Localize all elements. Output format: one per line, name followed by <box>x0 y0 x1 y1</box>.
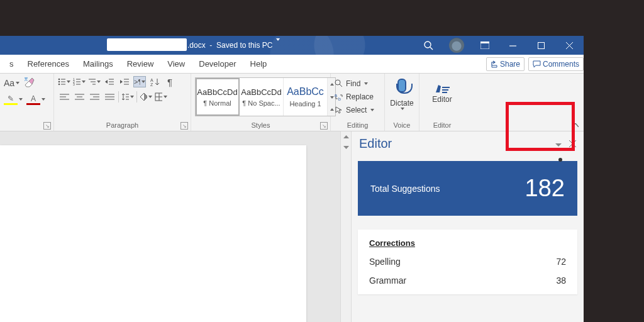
style-gallery[interactable]: AaBbCcDd ¶ Normal AaBbCcDd ¶ No Spac... … <box>195 77 336 116</box>
svg-line-53 <box>340 84 342 87</box>
editing-group-label: Editing <box>347 121 369 129</box>
voice-group: Dictate Voice <box>385 74 419 131</box>
font-group: Aa A ✎ A ↘ <box>0 74 54 131</box>
doc-title-suffix: .docx - Saved to this PC <box>187 36 280 55</box>
svg-point-52 <box>335 80 340 85</box>
svg-text:>¶: >¶ <box>134 78 140 86</box>
editor-group: Editor Editor <box>419 74 465 131</box>
shading-button[interactable] <box>140 91 152 103</box>
svg-text:3: 3 <box>73 82 75 86</box>
close-icon[interactable] <box>555 36 584 55</box>
tab-review[interactable]: Review <box>120 55 161 74</box>
share-button[interactable]: Share <box>486 57 525 71</box>
svg-point-0 <box>425 42 431 48</box>
editor-group-label: Editor <box>433 121 452 129</box>
svg-text:a: a <box>335 93 337 97</box>
paragraph-dialog-launcher[interactable]: ↘ <box>180 122 188 130</box>
multilevel-list-button[interactable] <box>88 76 101 87</box>
select-button[interactable]: Select <box>335 104 374 116</box>
work-area: Editor Total Suggestions 182 Corrections… <box>0 131 584 322</box>
replace-button[interactable]: ab Replace <box>335 91 374 103</box>
styles-group-label: Styles <box>252 121 270 129</box>
styles-dialog-launcher[interactable]: ↘ <box>320 122 328 130</box>
font-color-button[interactable]: A <box>26 94 45 105</box>
doc-title-redacted <box>107 38 187 51</box>
scroll-up-icon[interactable] <box>341 131 352 142</box>
spelling-row[interactable]: Spelling 72 <box>369 257 566 267</box>
editor-pane: Editor Total Suggestions 182 Corrections… <box>351 131 584 322</box>
sort-button[interactable]: AZ <box>148 76 161 87</box>
scroll-down-icon[interactable] <box>341 142 352 153</box>
svg-rect-3 <box>480 42 489 43</box>
editor-button[interactable]: Editor <box>423 76 461 104</box>
pane-options-icon[interactable] <box>555 138 562 150</box>
editor-pen-icon <box>433 79 451 94</box>
word-window: .docx - Saved to this PC s References Ma… <box>0 36 584 322</box>
title-bar: .docx - Saved to this PC <box>0 36 584 55</box>
vertical-scrollbar[interactable] <box>340 131 351 322</box>
highlight-color-button[interactable]: ✎ <box>4 94 23 105</box>
change-case-button[interactable]: Aa <box>4 76 19 90</box>
premium-badge-icon <box>558 158 562 162</box>
dictate-button[interactable]: Dictate <box>390 76 413 110</box>
voice-group-label: Voice <box>394 121 411 129</box>
increase-indent-button[interactable] <box>118 76 131 87</box>
ribbon: Aa A ✎ A ↘ 123 <box>0 74 584 131</box>
style-no-spacing[interactable]: AaBbCcDd ¶ No Spac... <box>240 78 284 116</box>
clear-formatting-button[interactable]: A <box>23 76 35 90</box>
minimize-icon[interactable] <box>499 36 527 55</box>
editor-pane-title: Editor <box>359 136 392 151</box>
svg-rect-5 <box>538 42 545 48</box>
style-heading-1[interactable]: AaBbCc Heading 1 <box>284 78 328 116</box>
tab-view[interactable]: View <box>160 55 192 74</box>
justify-button[interactable] <box>103 91 116 103</box>
tab-help[interactable]: Help <box>243 55 274 74</box>
corrections-card: Corrections Spelling 72 Grammar 38 <box>358 230 577 294</box>
paragraph-marks-button[interactable]: >¶ <box>133 76 146 87</box>
document-area <box>0 131 351 322</box>
svg-text:Z: Z <box>150 82 153 86</box>
font-dialog-launcher[interactable]: ↘ <box>43 122 51 130</box>
styles-group: AaBbCcDd ¶ Normal AaBbCcDd ¶ No Spac... … <box>191 74 331 131</box>
svg-text:A: A <box>25 77 28 82</box>
corrections-header: Corrections <box>369 238 566 248</box>
decrease-indent-button[interactable] <box>103 76 116 87</box>
align-center-button[interactable] <box>73 91 86 103</box>
ribbon-tabs: s References Mailings Review View Develo… <box>0 55 584 74</box>
tab-mailings[interactable]: Mailings <box>76 55 120 74</box>
tab-developer[interactable]: Developer <box>192 55 243 74</box>
ribbon-mode-icon[interactable] <box>470 36 499 55</box>
tab-fragment[interactable]: s <box>3 55 21 74</box>
comments-button[interactable]: Comments <box>528 57 584 71</box>
grammar-row[interactable]: Grammar 38 <box>369 275 566 286</box>
total-suggestions-count: 182 <box>525 175 565 202</box>
tab-references[interactable]: References <box>21 55 76 74</box>
microphone-icon <box>397 79 406 92</box>
user-avatar[interactable] <box>449 38 464 53</box>
paragraph-group-label: Paragraph <box>106 121 138 129</box>
document-page[interactable] <box>0 145 306 322</box>
chevron-down-icon[interactable] <box>276 38 280 50</box>
pane-close-icon[interactable] <box>569 138 576 150</box>
collapse-ribbon-icon[interactable] <box>571 121 580 130</box>
numbering-button[interactable]: 123 <box>73 76 86 87</box>
bullets-button[interactable] <box>58 76 70 87</box>
find-button[interactable]: Find <box>335 77 368 89</box>
show-hide-pilcrow[interactable]: ¶ <box>164 76 176 87</box>
style-normal[interactable]: AaBbCcDd ¶ Normal <box>196 78 240 116</box>
align-right-button[interactable] <box>88 91 101 103</box>
borders-button[interactable] <box>155 91 167 103</box>
maximize-icon[interactable] <box>527 36 555 55</box>
svg-text:A: A <box>150 78 153 82</box>
total-suggestions-label: Total Suggestions <box>370 184 440 194</box>
total-suggestions-card[interactable]: Total Suggestions 182 <box>358 161 577 216</box>
search-icon[interactable] <box>414 36 443 55</box>
svg-line-1 <box>430 47 433 50</box>
line-spacing-button[interactable] <box>121 91 134 103</box>
align-left-button[interactable] <box>58 91 70 103</box>
svg-point-10 <box>58 79 60 80</box>
svg-text:b: b <box>338 97 341 101</box>
editing-group: Find ab Replace Select Editing <box>331 74 385 131</box>
svg-point-11 <box>58 81 60 83</box>
paragraph-group: 123 >¶ AZ ¶ <box>54 74 191 131</box>
